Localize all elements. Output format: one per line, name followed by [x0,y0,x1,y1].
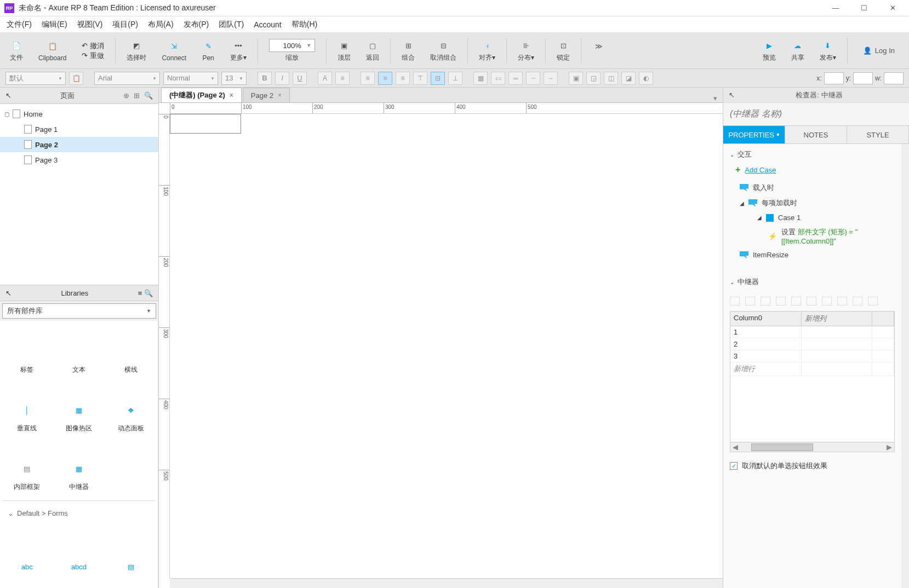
zoom-select[interactable]: 100% [269,39,315,52]
linecolor-button[interactable]: ▭ [491,72,505,85]
tb-zoom[interactable]: 100%缩放 [265,34,319,67]
repeater-h-scrollbar[interactable]: ◀▶ [730,442,894,452]
menu-edit[interactable]: 编辑(E) [42,20,67,30]
maximize-button[interactable]: ☐ [856,3,872,14]
widget-rectangle[interactable] [170,114,241,134]
valign-mid-button[interactable]: ⊟ [431,72,445,85]
menu-help[interactable]: 帮助(H) [291,20,317,30]
tb-clipboard[interactable]: 📋Clipboard [34,34,71,67]
align-right-button[interactable]: ≡ [396,72,410,85]
tree-item-page1[interactable]: Page 1 [0,122,158,137]
linewidth-button[interactable]: ═ [508,72,523,85]
underline-button[interactable]: U [293,72,307,85]
align-center-button[interactable]: ≡ [378,72,392,85]
panel-pop-icon[interactable]: ↖ [5,91,12,100]
repeater-toolbar[interactable] [730,293,895,309]
tab-page2[interactable]: Page 2× [243,88,290,102]
w-input[interactable] [884,72,904,84]
menu-view[interactable]: 视图(V) [77,20,103,30]
rep-btn-icon[interactable] [822,297,832,305]
tb-undo-redo[interactable]: ↶撤消 ↷重做 [77,34,108,67]
login-button[interactable]: 👤Log In [854,47,904,55]
table-row[interactable]: 2 [730,338,894,350]
canvas[interactable] [170,114,723,578]
lib-menu-icon[interactable]: ≡ [138,289,142,297]
lib-iframe[interactable]: ▤内部框架 [2,442,52,492]
canvas-h-scrollbar[interactable] [170,578,723,588]
table-row[interactable]: 1 [730,326,894,338]
menu-account[interactable]: Account [254,20,282,29]
search-lib-icon[interactable]: 🔍 [144,289,153,297]
y-input[interactable] [853,72,873,84]
tb-share[interactable]: ☁共享 [787,34,809,67]
tree-item-home[interactable]: ▢ Home [0,106,158,122]
panel-pop-icon[interactable]: ↖ [5,289,12,297]
tree-item-page3[interactable]: Page 3 [0,152,158,168]
lib-hotspot[interactable]: ▦图像热区 [54,384,104,433]
action-settext[interactable]: ⚡设置 部件文字 (矩形) = "[[Item.Column0]]" [723,224,901,248]
tb-select[interactable]: ◩选择时 [122,34,151,67]
tb-connect[interactable]: ⇲Connect [157,34,191,67]
lib-category-forms[interactable]: ⌄Default > Forms [2,500,156,525]
rep-btn-icon[interactable] [730,297,740,305]
table-row[interactable]: 3 [730,350,894,362]
style-paint-icon[interactable]: 📋 [69,72,83,85]
panel-pop-icon[interactable]: ↖ [729,91,735,99]
tb-more2[interactable]: ≫ [588,34,610,67]
search-pages-icon[interactable]: 🔍 [144,91,153,100]
minimize-button[interactable]: — [828,3,843,14]
menu-publish[interactable]: 发布(P) [184,20,209,30]
size-select[interactable]: 13 [221,72,247,85]
arrow-button[interactable]: → [544,72,558,85]
rep-btn-icon[interactable] [761,297,770,305]
tb-back[interactable]: ▢返回 [362,34,384,67]
menu-project[interactable]: 项目(P) [112,20,138,30]
rep-btn-icon[interactable] [776,297,786,305]
lib-dynpanel[interactable]: ❖动态面板 [106,384,156,433]
rep-btn-icon[interactable] [807,297,816,305]
section-interactions[interactable]: ⌄交互 [723,144,901,163]
event-onload[interactable]: 载入时 [723,180,901,195]
rep-btn-icon[interactable] [868,297,878,305]
expand-icon[interactable]: ▢ [4,111,9,117]
bulletlist-button[interactable]: ≡ [335,72,350,85]
widget-name-field[interactable]: (中继器 名称) [723,103,909,125]
valign-top-button[interactable]: ⊤ [413,72,427,85]
add-case-link[interactable]: +Add Case [723,163,901,180]
checkbox-isolate-radio[interactable]: ✓ 取消默认的单选按钮组效果 [723,456,901,476]
tb-align[interactable]: ⫞对齐▾ [474,34,500,67]
lib-vline[interactable]: │垂直线 [2,384,52,433]
style-select[interactable]: 默认 [5,72,66,85]
x-input[interactable] [824,72,844,84]
tb-ungroup[interactable]: ⊟取消组合 [426,34,461,67]
table-new-row[interactable]: 新增行 [730,362,894,376]
tab-overflow-icon[interactable]: ▾ [708,94,723,102]
bold-button[interactable]: B [258,72,272,85]
tab-properties[interactable]: PROPERTIES• [723,126,785,143]
lib-textfield[interactable]: abc [2,527,52,577]
close-tab-icon[interactable]: × [278,91,282,99]
menu-team[interactable]: 团队(T) [219,20,244,30]
lib-label[interactable]: 标签 [2,325,52,374]
tb-file[interactable]: 📄文件 [5,34,27,67]
tb-top[interactable]: ▣顶层 [333,34,355,67]
valign-bot-button[interactable]: ⊥ [448,72,462,85]
add-folder-icon[interactable]: ⊞ [134,91,140,100]
library-selector[interactable]: 所有部件库 [2,303,156,319]
rep-btn-icon[interactable] [745,297,755,305]
bordervis-button[interactable]: ▣ [569,72,583,85]
weight-select[interactable]: Normal [163,72,218,85]
tb-group[interactable]: ⊞组合 [397,34,419,67]
repeater-table[interactable]: Column0 新增列 1 2 3 新增行 ◀▶ [730,311,895,452]
fill-button[interactable]: ▦ [473,72,488,85]
lib-repeater[interactable]: ▦中继器 [54,442,104,492]
shadow-o-button[interactable]: ◫ [604,72,618,85]
tb-distribute[interactable]: ⊪分布▾ [513,34,539,67]
lib-hline[interactable]: 横线 [106,325,156,374]
lib-text[interactable]: 文本 [54,325,104,374]
rep-btn-icon[interactable] [837,297,847,305]
linestyle-button[interactable]: ┄ [526,72,540,85]
tb-lock[interactable]: ⊡锁定 [552,34,574,67]
close-tab-icon[interactable]: × [230,91,233,99]
lib-droplist[interactable]: ▤ [106,527,156,577]
